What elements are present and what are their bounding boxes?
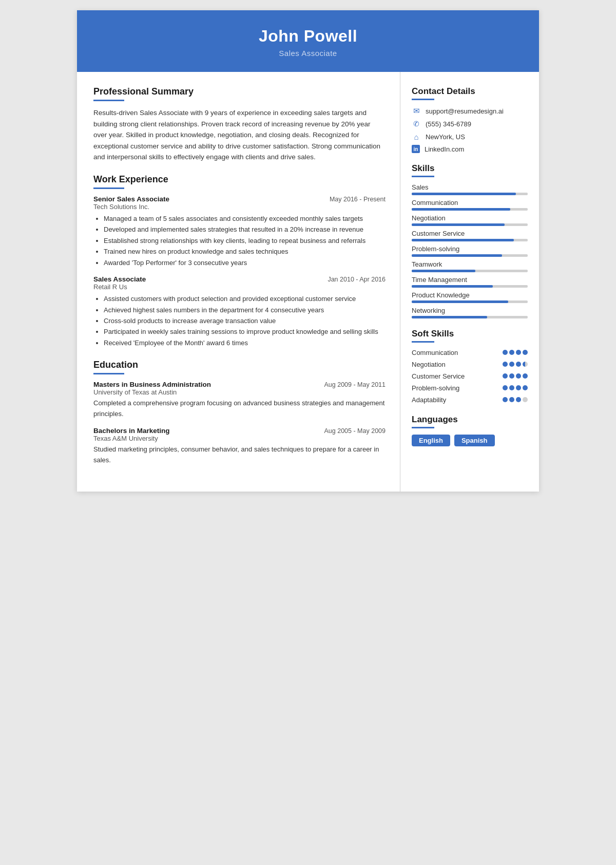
skill-bar-bg (412, 285, 528, 288)
language-spanish[interactable]: Spanish (454, 435, 495, 446)
language-english[interactable]: English (412, 435, 450, 446)
dot-filled (509, 373, 514, 379)
edu-school-2: Texas A&M University (93, 435, 386, 442)
resume-body: Professional Summary Results-driven Sale… (77, 72, 539, 492)
education-underline (93, 373, 124, 374)
summary-title: Professional Summary (93, 86, 386, 97)
dot-filled (516, 350, 521, 355)
candidate-name: John Powell (87, 27, 529, 46)
resume-document: John Powell Sales Associate Professional… (77, 10, 539, 492)
skill-bar-fill (412, 254, 502, 257)
skills-section: Skills Sales Communication Negotiation C… (412, 163, 528, 318)
soft-skills-underline (412, 341, 434, 343)
skill-item: Communication (412, 199, 528, 211)
contact-email-text: support@resumedesign.ai (426, 107, 504, 115)
job-block-2: Sales Associate Jan 2010 - Apr 2016 Reta… (93, 275, 386, 348)
edu-header-row-1: Masters in Business Administration Aug 2… (93, 381, 386, 388)
dot-filled (503, 350, 508, 355)
soft-skill-row: Problem-solving (412, 384, 528, 393)
main-column: Professional Summary Results-driven Sale… (77, 72, 400, 492)
linkedin-icon: in (412, 145, 420, 153)
job-block-1: Senior Sales Associate May 2016 - Presen… (93, 195, 386, 268)
dot-half (523, 362, 528, 367)
skill-bar-fill (412, 316, 487, 318)
skill-name: Negotiation (412, 214, 528, 222)
edu-dates-1: Aug 2009 - May 2011 (324, 381, 386, 388)
skill-bar-fill (412, 239, 514, 241)
bullet: Awarded 'Top Performer' for 3 consecutiv… (104, 257, 386, 268)
soft-skills-title: Soft Skills (412, 329, 528, 339)
job-company-2: Retail R Us (93, 283, 386, 291)
skill-bar-bg (412, 270, 528, 272)
skill-bar-fill (412, 270, 475, 272)
skill-item: Problem-solving (412, 245, 528, 257)
soft-skill-dots (503, 349, 528, 355)
edu-degree-1: Masters in Business Administration (93, 381, 211, 388)
dot-filled (523, 350, 528, 355)
contact-location-text: NewYork, US (426, 133, 465, 141)
summary-section: Professional Summary Results-driven Sale… (93, 86, 386, 163)
dot-filled (503, 373, 508, 379)
skill-bar-bg (412, 208, 528, 211)
skill-bar-bg (412, 239, 528, 241)
skill-item: Sales (412, 183, 528, 195)
email-icon: ✉ (412, 106, 421, 116)
soft-skill-row: Communication (412, 349, 528, 358)
skill-item: Product Knowledge (412, 291, 528, 303)
contact-title: Contact Details (412, 86, 528, 97)
skill-item: Time Management (412, 276, 528, 288)
bullet: Assisted customers with product selectio… (104, 293, 386, 304)
skill-bar-bg (412, 316, 528, 318)
edu-desc-1: Completed a comprehensive program focusi… (93, 398, 386, 420)
dot-filled (503, 385, 508, 390)
contact-email: ✉ support@resumedesign.ai (412, 106, 528, 116)
soft-skill-name: Customer Service (412, 372, 503, 381)
education-title: Education (93, 360, 386, 370)
skill-name: Customer Service (412, 230, 528, 237)
soft-skill-name: Communication (412, 349, 503, 358)
soft-skills-section: Soft Skills Communication Negotiation Cu… (412, 329, 528, 404)
dot-empty (523, 397, 528, 402)
contact-linkedin: in LinkedIn.com (412, 145, 528, 153)
dot-filled (509, 385, 514, 390)
edu-desc-2: Studied marketing principles, consumer b… (93, 444, 386, 466)
contact-location: ⌂ NewYork, US (412, 132, 528, 141)
skill-bar-fill (412, 193, 516, 195)
dot-filled (509, 397, 514, 402)
edu-block-2: Bachelors in Marketing Aug 2005 - May 20… (93, 427, 386, 466)
job-title-1: Senior Sales Associate (93, 195, 169, 203)
bullet: Managed a team of 5 sales associates and… (104, 213, 386, 224)
soft-skill-name: Negotiation (412, 361, 503, 369)
dot-filled (509, 350, 514, 355)
job-header-row-2: Sales Associate Jan 2010 - Apr 2016 (93, 275, 386, 283)
job-dates-2: Jan 2010 - Apr 2016 (328, 276, 386, 283)
skills-title: Skills (412, 163, 528, 174)
bullet: Participated in weekly sales training se… (104, 326, 386, 337)
skill-name: Networking (412, 307, 528, 314)
bullet: Trained new hires on product knowledge a… (104, 246, 386, 257)
bullet: Developed and implemented sales strategi… (104, 224, 386, 235)
skill-name: Problem-solving (412, 245, 528, 253)
candidate-title: Sales Associate (87, 49, 529, 58)
skill-name: Time Management (412, 276, 528, 284)
dot-filled (516, 385, 521, 390)
soft-skill-name: Problem-solving (412, 384, 503, 393)
skill-bar-fill (412, 285, 493, 288)
contact-phone: ✆ (555) 345-6789 (412, 119, 528, 128)
dot-filled (523, 373, 528, 379)
languages-section: Languages English Spanish (412, 415, 528, 446)
languages-title: Languages (412, 415, 528, 425)
skill-name: Communication (412, 199, 528, 206)
job-bullets-1: Managed a team of 5 sales associates and… (93, 213, 386, 268)
side-column: Contact Details ✉ support@resumedesign.a… (400, 72, 539, 492)
work-experience-section: Work Experience Senior Sales Associate M… (93, 174, 386, 348)
bullet: Cross-sold products to increase average … (104, 315, 386, 326)
skill-name: Sales (412, 183, 528, 191)
contact-phone-text: (555) 345-6789 (426, 120, 471, 128)
soft-skill-name: Adaptability (412, 396, 503, 405)
dot-filled (503, 362, 508, 367)
location-icon: ⌂ (412, 132, 421, 141)
soft-skill-row: Negotiation (412, 361, 528, 369)
job-company-1: Tech Solutions Inc. (93, 203, 386, 211)
edu-header-row-2: Bachelors in Marketing Aug 2005 - May 20… (93, 427, 386, 435)
